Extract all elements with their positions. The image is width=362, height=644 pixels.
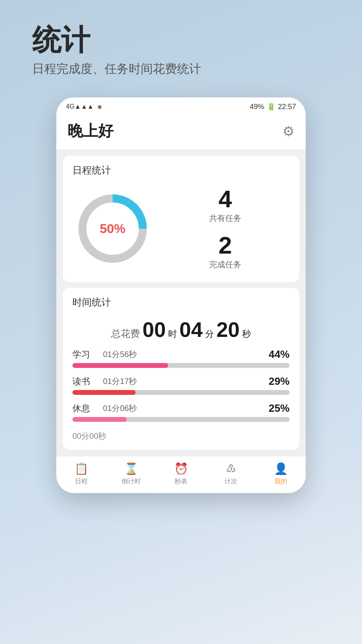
progress-header-0: 学习 01分56秒 44% — [72, 348, 290, 361]
battery-level: 49% — [250, 103, 264, 111]
donut-center: 50% — [100, 221, 125, 236]
progress-bar-bg-0 — [72, 363, 290, 368]
progress-name-1: 读书 — [72, 376, 97, 388]
schedule-card-title: 日程统计 — [72, 164, 290, 177]
done-tasks-label: 完成任务 — [209, 259, 241, 270]
progress-time-0: 01分56秒 — [97, 349, 269, 360]
schedule-nav-label: 日程 — [75, 477, 88, 486]
countdown-nav-label: 倒计时 — [121, 477, 141, 486]
countdown-nav-icon: ⌛ — [124, 462, 138, 475]
nav-item-stopwatch[interactable]: ⏰ 秒表 — [156, 462, 206, 486]
stopwatch-nav-label: 秒表 — [175, 477, 187, 486]
hours-value: 00 — [142, 319, 166, 340]
time-card: 时间统计 总花费 00 时 04 分 20 秒 学习 01分56秒 44% — [63, 288, 299, 450]
wifi-icon: ⋇ — [97, 103, 102, 111]
time-total: 总花费 00 时 04 分 20 秒 — [72, 315, 290, 348]
progress-bar-bg-1 — [72, 390, 290, 395]
partial-text: 00分00秒 — [72, 431, 107, 442]
status-bar: 4G▲▲▲ ⋇ 49% 🔋 22:57 — [56, 97, 306, 114]
progress-row-partial: 00分00秒 — [72, 429, 290, 442]
page-header: 统计 日程完成度、任务时间花费统计 — [0, 0, 362, 89]
nav-item-counter[interactable]: ♳ 计次 — [206, 462, 256, 486]
status-left: 4G▲▲▲ ⋇ — [66, 103, 102, 111]
time-card-title: 时间统计 — [72, 296, 290, 309]
nav-item-mine[interactable]: 👤 我的 — [256, 462, 306, 486]
nav-item-schedule[interactable]: 📋 日程 — [56, 462, 106, 486]
phone-mockup: 4G▲▲▲ ⋇ 49% 🔋 22:57 晚上好 ⚙ 日程统计 — [56, 97, 306, 493]
progress-time-2: 01分06秒 — [97, 403, 269, 414]
schedule-stats: 4 共有任务 2 完成任务 — [153, 187, 290, 270]
progress-row-0: 学习 01分56秒 44% — [72, 348, 290, 368]
progress-time-1: 01分17秒 — [97, 376, 269, 387]
progress-row-1: 读书 01分17秒 29% — [72, 375, 290, 395]
mine-nav-icon: 👤 — [274, 462, 288, 475]
progress-bar-bg-2 — [72, 417, 290, 422]
seconds-value: 20 — [216, 319, 240, 340]
progress-items: 学习 01分56秒 44% 读书 01分17秒 29% — [72, 348, 290, 442]
status-right: 49% 🔋 22:57 — [250, 102, 296, 111]
done-tasks-stat: 2 完成任务 — [209, 233, 241, 270]
progress-pct-1: 29% — [269, 375, 290, 388]
progress-name-2: 休息 — [72, 402, 97, 415]
schedule-card: 日程统计 50% — [63, 156, 299, 282]
clock: 22:57 — [278, 103, 296, 111]
stopwatch-nav-icon: ⏰ — [174, 462, 188, 475]
progress-row-2: 休息 01分06秒 25% — [72, 402, 290, 422]
seconds-unit: 秒 — [242, 328, 251, 340]
hours-unit: 时 — [168, 328, 177, 340]
app-header: 晚上好 ⚙ — [56, 114, 306, 149]
progress-name-0: 学习 — [72, 349, 97, 361]
total-tasks-number: 4 — [209, 187, 241, 211]
settings-icon[interactable]: ⚙ — [282, 123, 294, 139]
progress-pct-0: 44% — [269, 348, 290, 361]
bottom-nav: 📋 日程 ⌛ 倒计时 ⏰ 秒表 ♳ 计次 👤 我的 — [56, 456, 306, 493]
total-tasks-stat: 4 共有任务 — [209, 187, 241, 224]
schedule-nav-icon: 📋 — [74, 462, 88, 475]
mine-nav-label: 我的 — [274, 477, 287, 486]
progress-header-1: 读书 01分17秒 29% — [72, 375, 290, 388]
page-subtitle: 日程完成度、任务时间花费统计 — [32, 61, 330, 77]
progress-bar-fill-2 — [72, 417, 127, 422]
counter-nav-label: 计次 — [224, 477, 237, 486]
donut-percent: 50% — [100, 221, 125, 236]
battery-icon: 🔋 — [267, 102, 276, 111]
schedule-content: 50% 4 共有任务 2 完成任务 — [72, 183, 290, 274]
minutes-value: 04 — [179, 319, 203, 340]
progress-header-2: 休息 01分06秒 25% — [72, 402, 290, 415]
scroll-content: 日程统计 50% — [56, 149, 306, 456]
total-label: 总花费 — [111, 327, 140, 340]
progress-pct-2: 25% — [269, 402, 290, 415]
minutes-unit: 分 — [205, 328, 214, 340]
counter-nav-icon: ♳ — [226, 462, 236, 475]
done-tasks-number: 2 — [209, 233, 241, 258]
progress-bar-fill-0 — [72, 363, 168, 368]
signal-icon: 4G▲▲▲ — [66, 103, 94, 110]
donut-chart: 50% — [72, 188, 153, 269]
nav-item-countdown[interactable]: ⌛ 倒计时 — [106, 462, 156, 486]
progress-bar-fill-1 — [72, 390, 136, 395]
page-title: 统计 — [32, 24, 330, 56]
greeting-text: 晚上好 — [68, 121, 113, 141]
total-tasks-label: 共有任务 — [209, 213, 241, 224]
